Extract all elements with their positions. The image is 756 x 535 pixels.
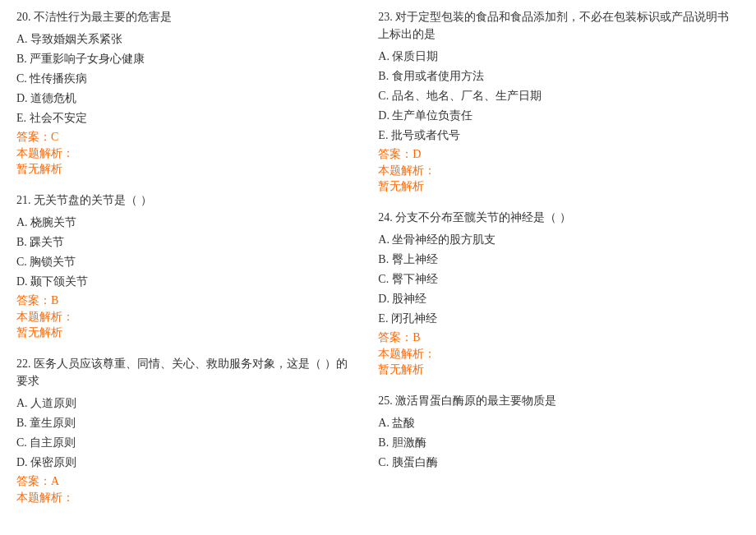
q23-analysis-label: 本题解析： bbox=[378, 164, 740, 178]
q24-analysis-label: 本题解析： bbox=[378, 347, 740, 362]
q20-option-d: D. 道德危机 bbox=[16, 90, 353, 107]
q21-option-d: D. 颞下颌关节 bbox=[16, 273, 353, 290]
q22-option-c: C. 自主原则 bbox=[16, 434, 353, 451]
q23-analysis-content: 暂无解析 bbox=[378, 179, 740, 194]
q21-analysis-label: 本题解析： bbox=[16, 310, 353, 325]
q25-option-b: B. 胆激酶 bbox=[378, 434, 740, 451]
q20-analysis-label: 本题解析： bbox=[16, 146, 353, 161]
q20-title: 20. 不洁性行为最主要的危害是 bbox=[16, 8, 353, 25]
q21-option-c: C. 胸锁关节 bbox=[16, 253, 353, 270]
q21-answer: 答案：B bbox=[16, 293, 353, 308]
q24-option-e: E. 闭孔神经 bbox=[378, 310, 740, 327]
q23-answer: 答案：D bbox=[378, 147, 740, 162]
right-column: 23. 对于定型包装的食品和食品添加剂，不必在包装标识或产品说明书上标出的是 A… bbox=[370, 8, 740, 520]
q20-option-c: C. 性传播疾病 bbox=[16, 70, 353, 87]
q23-option-d: D. 生产单位负责任 bbox=[378, 107, 740, 124]
q22-option-b: B. 童生原则 bbox=[16, 414, 353, 431]
question-24: 24. 分支不分布至髋关节的神经是（ ） A. 坐骨神经的股方肌支 B. 臀上神… bbox=[378, 209, 740, 377]
q21-option-b: B. 踝关节 bbox=[16, 233, 353, 251]
q24-option-b: B. 臀上神经 bbox=[378, 251, 740, 268]
q21-option-a: A. 桡腕关节 bbox=[16, 214, 353, 231]
question-20: 20. 不洁性行为最主要的危害是 A. 导致婚姻关系紧张 B. 严重影响子女身心… bbox=[16, 8, 353, 177]
q22-answer: 答案：A bbox=[16, 474, 353, 489]
q24-option-d: D. 股神经 bbox=[378, 290, 740, 307]
question-25: 25. 激活胃蛋白酶原的最主要物质是 A. 盐酸 B. 胆激酶 C. 胰蛋白酶 bbox=[378, 392, 740, 471]
q20-option-a: A. 导致婚姻关系紧张 bbox=[16, 30, 353, 48]
q22-option-d: D. 保密原则 bbox=[16, 454, 353, 471]
q23-option-e: E. 批号或者代号 bbox=[378, 127, 740, 144]
q24-option-c: C. 臀下神经 bbox=[378, 270, 740, 288]
q25-option-c: C. 胰蛋白酶 bbox=[378, 454, 740, 471]
q23-option-a: A. 保质日期 bbox=[378, 48, 740, 65]
q21-title: 21. 无关节盘的关节是（ ） bbox=[16, 191, 353, 209]
question-23: 23. 对于定型包装的食品和食品添加剂，不必在包装标识或产品说明书上标出的是 A… bbox=[378, 8, 740, 194]
q20-option-b: B. 严重影响子女身心健康 bbox=[16, 50, 353, 67]
q23-option-b: B. 食用或者使用方法 bbox=[378, 67, 740, 85]
left-column: 20. 不洁性行为最主要的危害是 A. 导致婚姻关系紧张 B. 严重影响子女身心… bbox=[16, 8, 370, 520]
q22-title: 22. 医务人员应该尊重、同情、关心、救助服务对象，这是（ ）的要求 bbox=[16, 355, 353, 390]
question-22: 22. 医务人员应该尊重、同情、关心、救助服务对象，这是（ ）的要求 A. 人道… bbox=[16, 355, 353, 505]
q21-analysis-content: 暂无解析 bbox=[16, 325, 353, 340]
q20-answer: 答案：C bbox=[16, 130, 353, 145]
page-container: 20. 不洁性行为最主要的危害是 A. 导致婚姻关系紧张 B. 严重影响子女身心… bbox=[0, 0, 756, 528]
q23-title: 23. 对于定型包装的食品和食品添加剂，不必在包装标识或产品说明书上标出的是 bbox=[378, 8, 740, 43]
q23-option-c: C. 品名、地名、厂名、生产日期 bbox=[378, 87, 740, 104]
q24-title: 24. 分支不分布至髋关节的神经是（ ） bbox=[378, 209, 740, 226]
q20-option-e: E. 社会不安定 bbox=[16, 109, 353, 127]
q24-analysis-content: 暂无解析 bbox=[378, 362, 740, 377]
q22-analysis-label: 本题解析： bbox=[16, 491, 353, 505]
q24-answer: 答案：B bbox=[378, 330, 740, 345]
q20-analysis-content: 暂无解析 bbox=[16, 162, 353, 177]
q25-title: 25. 激活胃蛋白酶原的最主要物质是 bbox=[378, 392, 740, 409]
q22-option-a: A. 人道原则 bbox=[16, 394, 353, 412]
q25-option-a: A. 盐酸 bbox=[378, 414, 740, 431]
question-21: 21. 无关节盘的关节是（ ） A. 桡腕关节 B. 踝关节 C. 胸锁关节 D… bbox=[16, 191, 353, 340]
q24-option-a: A. 坐骨神经的股方肌支 bbox=[378, 231, 740, 248]
